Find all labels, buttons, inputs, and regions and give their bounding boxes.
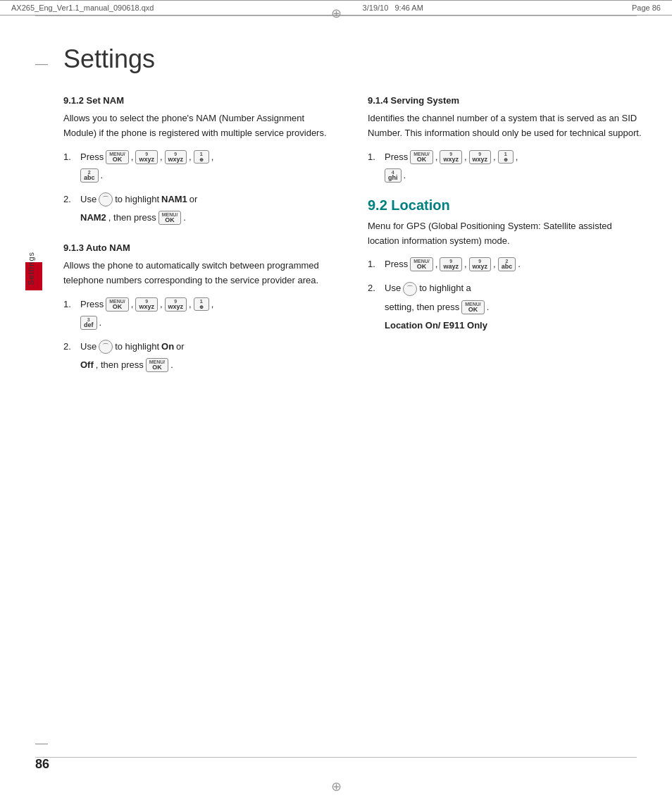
location-option-line: Location On/ E911 Only (385, 320, 487, 331)
reg-mark-top-center: ⊕ (331, 6, 342, 21)
step-line-2: NAM2 , then press MENU/OK. (80, 210, 340, 226)
use-label: Use (80, 192, 97, 207)
step-content: Press MENU/OK, 9wxyz, 9wxyz, 1⊕, 2abc. (80, 149, 340, 186)
step-line: Use ⌒ to highlight a (385, 281, 644, 296)
then-press-label: , then press (96, 357, 144, 373)
section-914-body: Identifies the channel number of a syste… (368, 111, 644, 141)
step-number: 2. (63, 339, 77, 376)
step-content: Use ⌒ to highlight NAM1 or NAM2 , then p… (80, 192, 340, 228)
key-9wxyz-2: 9wxyz (469, 150, 492, 164)
section-913-step2: 2. Use ⌒ to highlight On or Off (63, 339, 340, 376)
step-line-2: 4ghi. (385, 168, 644, 183)
step-content: Use ⌒ to highlight a setting, then press… (385, 281, 644, 333)
reg-mark-bottom-center: ⊕ (331, 779, 342, 794)
step-number: 2. (63, 192, 77, 228)
off-label: Off (80, 357, 94, 373)
page-number-footer: 86 (35, 757, 49, 772)
key-menu-ok: MENU/OK (106, 297, 129, 312)
press-label: Press (385, 257, 408, 272)
section-913: 9.1.3 Auto NAM Allows the phone to autom… (63, 242, 340, 376)
location-options: Location On/ E911 Only (385, 318, 644, 333)
step-number: 1. (368, 149, 382, 186)
separator-bottom (35, 757, 637, 758)
key-nav: ⌒ (99, 340, 113, 354)
key-1: 1⊕ (498, 150, 514, 164)
key-9wxyz-2: 9wxyz (165, 150, 187, 164)
section-913-step1: 1. Press MENU/OK, 9wxyz, 9wxyz, 1⊕, 3def… (63, 297, 340, 333)
step-line-2: Off , then press MENU/OK. (80, 357, 340, 373)
key-1: 1⊕ (194, 297, 209, 311)
key-2abc: 2abc (498, 257, 516, 271)
use-label: Use (385, 281, 401, 296)
key-9wxyz-1: 9wxyz (135, 297, 158, 312)
header-datetime: 3/19/10 9:46 AM (363, 4, 423, 12)
section-92: 9.2 Location Menu for GPS (Global Positi… (368, 197, 644, 333)
section-912-step1: 1. Press MENU/OK, 9wxyz, 9wxyz, 1⊕, 2abc… (63, 149, 340, 186)
then-press-label: , then press (108, 210, 156, 226)
sidebar: Settings (0, 23, 42, 756)
left-column: 9.1.2 Set NAM Allows you to select the p… (63, 95, 340, 381)
section-914: 9.1.4 Serving System Identifies the chan… (368, 95, 644, 186)
key-9wxyz-1: 9wxyz (135, 150, 158, 164)
key-9wxyz-2: 9wxyz (165, 297, 187, 312)
press-label: Press (80, 149, 104, 165)
section-92-body: Menu for GPS (Global Positioning System:… (368, 219, 644, 249)
section-912: 9.1.2 Set NAM Allows you to select the p… (63, 95, 340, 228)
or-label: or (189, 192, 198, 207)
setting-label: setting, then press (385, 300, 459, 315)
key-menu-ok: MENU/OK (106, 150, 129, 164)
step-number: 1. (63, 149, 77, 186)
header-page: Page 86 (632, 4, 661, 12)
main-content: Settings 9.1.2 Set NAM Allows you to sel… (42, 23, 672, 756)
page-wrapper: Settings Settings 9.1.2 Set NAM Allows y… (0, 16, 672, 756)
key-4ghi: 4ghi (385, 168, 402, 183)
header-filename: AX265_Eng_Ver1.1_manual_090618.qxd (11, 4, 154, 12)
key-9wxyz-1: 9wxyz (440, 150, 462, 164)
step-line-2: setting, then press MENU/OK. (385, 300, 644, 315)
key-menu-ok-end: MENU/OK (461, 300, 485, 314)
key-3def: 3def (80, 316, 97, 330)
step-line: Press MENU/OK, 9wayz, 9wxyz, 2abc. (385, 257, 644, 272)
section-92-title: 9.2 Location (368, 197, 644, 214)
step-line: Press MENU/OK, 9wxyz, 9wxyz, 1⊕, (80, 297, 340, 312)
right-column: 9.1.4 Serving System Identifies the chan… (368, 95, 644, 381)
step-line-2: 3def. (80, 315, 340, 331)
key-nav: ⌒ (99, 192, 113, 207)
press-label: Press (385, 149, 408, 165)
step-number: 1. (63, 297, 77, 333)
page-title: Settings (63, 44, 644, 74)
section-914-step1: 1. Press MENU/OK, 9wxyz, 9wxyz, 1⊕, 4ghi… (368, 149, 644, 186)
step-number: 2. (368, 281, 382, 333)
key-menu-ok: MENU/OK (410, 150, 433, 164)
on-label: On (161, 339, 174, 355)
sidebar-label: Settings (25, 249, 37, 288)
step-line: Use ⌒ to highlight NAM1 or (80, 192, 340, 207)
key-2abc: 2abc (80, 168, 99, 183)
step-content: Press MENU/OK, 9wxyz, 9wxyz, 1⊕, 3def. (80, 297, 340, 333)
or-label: or (176, 339, 185, 355)
key-menu-ok: MENU/OK (410, 257, 433, 271)
step-content: Press MENU/OK, 9wayz, 9wxyz, 2abc. (385, 257, 644, 275)
section-914-title: 9.1.4 Serving System (368, 95, 644, 106)
nam1-label: NAM1 (161, 192, 187, 207)
two-column-layout: 9.1.2 Set NAM Allows you to select the p… (63, 95, 644, 381)
step-content: Press MENU/OK, 9wxyz, 9wxyz, 1⊕, 4ghi. (385, 149, 644, 186)
step-line-2: 2abc. (80, 168, 340, 183)
sidebar-label-container: Settings (25, 249, 42, 290)
step-line: Press MENU/OK, 9wxyz, 9wxyz, 1⊕, (385, 149, 644, 165)
section-912-step2: 2. Use ⌒ to highlight NAM1 or NAM2 (63, 192, 340, 228)
section-913-title: 9.1.3 Auto NAM (63, 242, 340, 253)
to-highlight-label: to highlight (115, 192, 159, 207)
press-label: Press (80, 297, 104, 312)
section-92-step1: 1. Press MENU/OK, 9wayz, 9wxyz, 2abc. (368, 257, 644, 275)
key-nav: ⌒ (403, 282, 417, 296)
key-9wayz: 9wayz (440, 257, 462, 271)
section-913-body: Allows the phone to automatically switch… (63, 259, 340, 288)
to-highlight-label: to highlight a (419, 281, 471, 296)
step-content: Use ⌒ to highlight On or Off , then pres… (80, 339, 340, 376)
section-92-step2: 2. Use ⌒ to highlight a setting, then pr… (368, 281, 644, 333)
step-line: Use ⌒ to highlight On or (80, 339, 340, 355)
nam2-label: NAM2 (80, 210, 106, 226)
section-912-title: 9.1.2 Set NAM (63, 95, 340, 106)
use-label: Use (80, 339, 97, 355)
